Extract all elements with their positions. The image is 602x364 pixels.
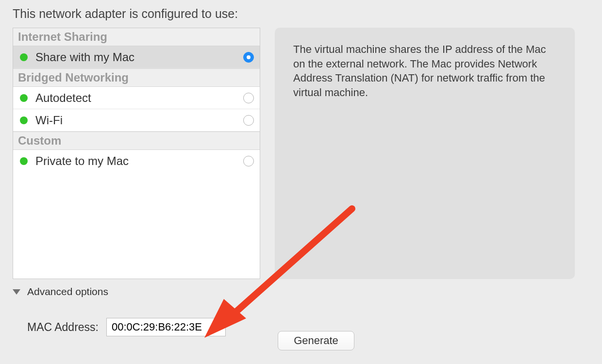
page-title: This network adapter is configured to us… bbox=[13, 7, 589, 21]
row-wifi[interactable]: Wi-Fi bbox=[13, 109, 260, 132]
radio-share-with-my-mac[interactable] bbox=[243, 52, 254, 63]
radio-wifi[interactable] bbox=[243, 115, 254, 126]
row-share-with-my-mac[interactable]: Share with my Mac bbox=[13, 46, 260, 68]
radio-autodetect[interactable] bbox=[243, 93, 254, 103]
disclosure-triangle-icon bbox=[13, 289, 20, 295]
generate-button[interactable]: Generate bbox=[278, 331, 354, 350]
section-header-internet-sharing: Internet Sharing bbox=[13, 28, 260, 46]
mac-address-label: MAC Address: bbox=[27, 321, 99, 334]
status-dot-icon bbox=[20, 53, 28, 61]
row-label: Private to my Mac bbox=[35, 154, 243, 168]
row-autodetect[interactable]: Autodetect bbox=[13, 87, 260, 109]
advanced-options-toggle[interactable]: Advanced options bbox=[12, 286, 589, 298]
status-dot-icon bbox=[20, 116, 28, 124]
status-dot-icon bbox=[20, 94, 28, 102]
section-header-custom: Custom bbox=[13, 132, 260, 150]
radio-private-to-my-mac[interactable] bbox=[243, 156, 254, 166]
section-header-bridged: Bridged Networking bbox=[13, 68, 260, 87]
row-label: Wi-Fi bbox=[35, 114, 243, 127]
status-dot-icon bbox=[20, 157, 28, 165]
advanced-options-label: Advanced options bbox=[27, 286, 108, 298]
row-label: Share with my Mac bbox=[35, 50, 243, 64]
description-text: The virtual machine shares the IP addres… bbox=[293, 42, 556, 100]
row-private-to-my-mac[interactable]: Private to my Mac bbox=[13, 150, 260, 172]
network-mode-list: Internet Sharing Share with my Mac Bridg… bbox=[13, 28, 260, 279]
description-panel: The virtual machine shares the IP addres… bbox=[275, 28, 575, 279]
row-label: Autodetect bbox=[35, 91, 243, 105]
mac-address-input[interactable] bbox=[106, 318, 226, 336]
